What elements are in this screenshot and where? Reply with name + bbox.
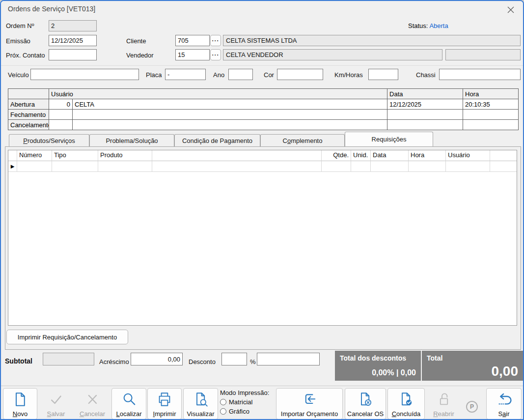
prox-contato-field[interactable] [49, 49, 97, 60]
cor-field[interactable] [277, 69, 323, 80]
salvar-button: Salvar [39, 388, 73, 420]
title-bar: Ordens de Serviço [VET013] [1, 1, 523, 17]
placa-label: Placa [146, 71, 162, 79]
vendedor-lookup-button[interactable]: ··· [210, 49, 221, 60]
status-history-header: Usuário Data Hora [8, 89, 519, 99]
bottom-toolbar: Novo Salvar Cancelar Localizar [1, 386, 523, 419]
tab-produtos-servicos[interactable]: Produtos/Serviços [9, 134, 89, 146]
chassi-field[interactable] [439, 69, 521, 80]
col-header-data: Data [371, 150, 409, 161]
cancelamento-row-label: Cancelamento [8, 120, 49, 130]
veiculo-field[interactable] [30, 69, 139, 80]
x-icon [84, 391, 100, 408]
requisitions-grid-header: Número Tipo Produto Qtde. Unid. Data Hor… [8, 150, 517, 161]
desconto-label: Desconto [189, 358, 216, 365]
abertura-time: 20:10:35 [463, 99, 519, 110]
col-header-qtde: Qtde. [322, 150, 351, 161]
ordem-label: Ordem Nº [6, 22, 34, 29]
ano-field[interactable] [228, 69, 253, 80]
km-horas-field[interactable] [368, 69, 398, 80]
window-title: Ordens de Serviço [VET013] [8, 5, 95, 13]
imprimir-button[interactable]: Imprimir [147, 388, 182, 420]
col-header-tipo: Tipo [52, 150, 98, 161]
cliente-code-field[interactable] [175, 35, 210, 46]
usuario-column-header: Usuário [49, 89, 387, 99]
importar-orcamento-button[interactable]: Importar Orçamento [276, 388, 343, 420]
desconto-percent-field[interactable] [221, 353, 247, 365]
requisitions-grid-row[interactable]: ▶ [8, 161, 517, 172]
close-button[interactable] [505, 4, 516, 15]
p-badge-icon: P [466, 401, 478, 413]
open-padlock-icon [436, 391, 452, 408]
status: Status: Aberta [408, 22, 448, 29]
vendedor-label: Vendedor [126, 52, 154, 59]
status-value: Aberta [429, 22, 448, 29]
cliente-label: Cliente [126, 37, 146, 45]
vendedor-name-display: CELTA VENDEDOR [223, 49, 442, 60]
col-header-produto: Produto [98, 150, 152, 161]
print-preview-icon [193, 391, 209, 408]
cliente-lookup-button[interactable]: ··· [210, 35, 221, 46]
new-document-icon [12, 391, 28, 408]
total-panel: Total 0,00 [422, 351, 523, 381]
fechamento-row-label: Fechamento [8, 110, 49, 120]
novo-button[interactable]: Novo [3, 388, 37, 420]
ordens-de-servico-window: Ordens de Serviço [VET013] Ordem Nº Stat… [0, 0, 524, 420]
cliente-name-display: CELTA SISTEMAS LTDA [223, 35, 521, 46]
sair-button[interactable]: Sair [486, 388, 522, 420]
placa-field[interactable] [165, 69, 206, 80]
radio-grafico[interactable]: Gráfico [220, 408, 275, 415]
table-row-cancelamento: Cancelamento [8, 120, 519, 130]
concluida-button[interactable]: Concluída [387, 388, 425, 420]
abertura-date: 12/12/2025 [387, 99, 463, 110]
tab-complemento[interactable]: Complemento [260, 134, 345, 146]
reabrir-button: Reabrir [426, 388, 461, 420]
status-label: Status: [408, 22, 428, 29]
subtotal-label: Subtotal [5, 357, 32, 365]
table-row-fechamento: Fechamento [8, 110, 519, 120]
requisitions-grid: Número Tipo Produto Qtde. Unid. Data Hor… [8, 150, 517, 326]
total-descontos-value: 0,00% | 0,00 [372, 368, 416, 377]
document-cancel-icon [358, 391, 373, 408]
ano-label: Ano [213, 71, 224, 79]
vendedor-code-field[interactable] [175, 49, 210, 60]
section-separator [1, 65, 523, 66]
abertura-user-name: CELTA [73, 99, 387, 110]
km-horas-label: Km/Horas [334, 71, 363, 79]
table-row-abertura: Abertura 0 CELTA 12/12/2025 20:10:35 [8, 99, 519, 110]
search-icon [121, 391, 137, 408]
cancelar-button: Cancelar [75, 388, 110, 420]
veiculo-label: Veículo [8, 71, 29, 79]
tab-condicao-pagamento[interactable]: Condição de Pagamento [174, 134, 260, 146]
total-descontos-panel: Total dos descontos 0,00% | 0,00 [335, 351, 421, 381]
col-header-usuario: Usuário [446, 150, 490, 161]
modo-impressao-label: Modo Impressão: [220, 389, 269, 396]
status-history-table: Usuário Data Hora Abertura 0 CELTA 12/12… [8, 88, 519, 130]
tab-strip: Produtos/Serviços Problema/Solução Condi… [9, 132, 433, 146]
abertura-row-label: Abertura [8, 99, 49, 110]
desconto-value-field[interactable] [257, 353, 320, 365]
current-row-marker-icon: ▶ [11, 164, 15, 169]
import-icon [302, 391, 317, 408]
extra-readonly-box [445, 49, 521, 60]
localizar-button[interactable]: Localizar [111, 388, 146, 420]
radio-matricial[interactable]: Matricial [220, 398, 275, 406]
visualizar-button[interactable]: Visualizar [183, 388, 218, 420]
acrescimo-field[interactable] [131, 353, 183, 365]
percent-label: % [250, 358, 256, 365]
col-header-numero: Número [17, 150, 52, 161]
radio-circle-icon [220, 399, 226, 405]
check-icon [48, 391, 64, 408]
cancelar-os-button[interactable]: Cancelar OS [345, 388, 386, 420]
close-icon [507, 6, 514, 13]
tab-requisicoes[interactable]: Requisições [345, 132, 433, 146]
tab-problema-solucao[interactable]: Problema/Solução [89, 134, 174, 146]
total-descontos-title: Total dos descontos [340, 354, 406, 362]
emissao-label: Emissão [6, 37, 30, 45]
exit-back-arrow-icon [496, 391, 512, 408]
imprimir-requisicao-button[interactable]: Imprimir Requisição/Cancelamento [6, 330, 128, 344]
data-column-header: Data [387, 89, 463, 99]
emissao-field[interactable] [49, 35, 97, 46]
abertura-user-code: 0 [49, 99, 73, 110]
printer-icon [157, 391, 172, 408]
